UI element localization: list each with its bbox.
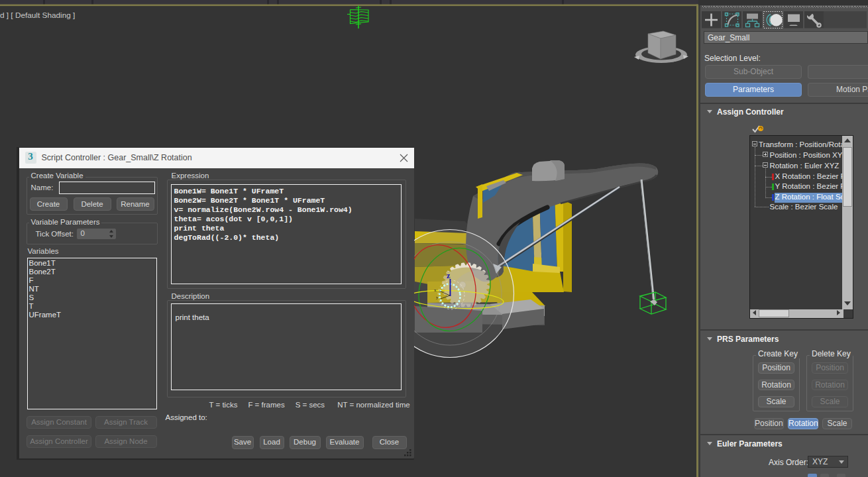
svg-text:z: z bbox=[447, 271, 451, 280]
svg-text:x: x bbox=[434, 288, 437, 293]
svg-text:y: y bbox=[436, 295, 439, 300]
